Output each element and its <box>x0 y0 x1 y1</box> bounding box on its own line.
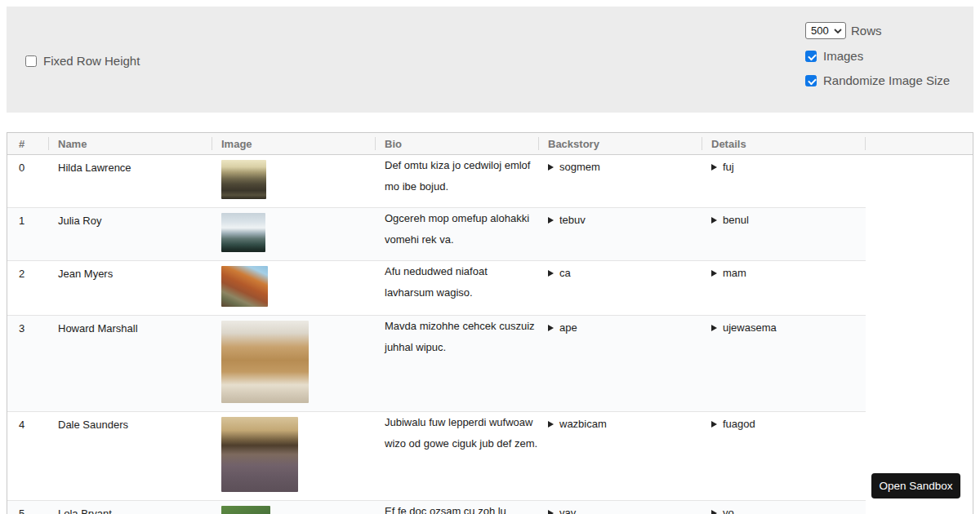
expand-icon[interactable] <box>548 164 554 171</box>
expand-icon[interactable] <box>548 510 554 514</box>
backstory-value: ape <box>559 321 577 334</box>
images-checkbox[interactable]: Images <box>805 49 863 63</box>
checkbox-icon[interactable] <box>805 75 817 86</box>
row-backstory: wazbicam <box>548 418 607 430</box>
row-index: 2 <box>19 268 24 280</box>
backstory-value: vav <box>559 507 576 514</box>
column-separator <box>48 137 49 150</box>
backstory-value: ca <box>559 267 571 279</box>
row-backstory: vav <box>548 507 576 514</box>
column-separator <box>375 137 376 150</box>
expand-icon[interactable] <box>711 217 717 224</box>
rows-label: Rows <box>851 24 882 38</box>
expand-icon[interactable] <box>711 270 717 277</box>
photo-bicycle-rider <box>221 417 298 492</box>
row-index: 3 <box>19 322 24 335</box>
column-separator <box>538 137 539 150</box>
expand-icon[interactable] <box>548 270 554 277</box>
row-backstory: tebuv <box>548 214 586 226</box>
column-separator <box>212 137 212 150</box>
table-row: 5Lola BryantEf fe doc ozsam cu zoh luvav… <box>7 501 866 514</box>
row-details: fuagod <box>711 418 755 430</box>
row-bio: Afu nedudwed niafoat lavharsum wagiso. <box>385 261 538 304</box>
row-name: Julia Roy <box>58 215 101 227</box>
details-value: benul <box>723 214 749 226</box>
table-header: #NameImageBioBackstoryDetails <box>7 133 973 155</box>
row-index: 4 <box>19 419 24 431</box>
backstory-value: sogmem <box>559 161 600 173</box>
table-body: 0Hilda LawrenceDef omtu kiza jo cedwiloj… <box>7 155 973 514</box>
chevron-down-icon <box>834 29 842 33</box>
details-value: fuj <box>723 161 734 173</box>
column-header: Name <box>58 138 87 150</box>
photo-vintage-car <box>221 160 266 199</box>
photo-cactus <box>221 506 270 514</box>
details-value: mam <box>723 267 746 279</box>
character-table: #NameImageBioBackstoryDetails 0Hilda Law… <box>7 132 973 514</box>
fixed-row-height-label: Fixed Row Height <box>43 54 140 68</box>
expand-icon[interactable] <box>711 421 717 428</box>
expand-icon[interactable] <box>711 325 717 331</box>
row-name: Lola Bryant <box>58 507 112 514</box>
row-index: 0 <box>19 162 24 174</box>
open-sandbox-button[interactable]: Open Sandbox <box>871 473 960 498</box>
column-header: # <box>19 138 24 150</box>
row-details: vo <box>711 507 734 514</box>
randomize-image-size-label: Randomize Image Size <box>823 73 950 87</box>
details-value: fuagod <box>723 418 755 430</box>
table-row: 2Jean MyersAfu nedudwed niafoat lavharsu… <box>7 261 866 316</box>
row-index: 5 <box>19 507 24 514</box>
row-details: mam <box>711 267 746 279</box>
expand-icon[interactable] <box>548 421 554 428</box>
column-separator <box>702 137 702 150</box>
photo-snowy-mountain <box>221 213 265 252</box>
photo-red-rock <box>221 266 268 307</box>
rows-count-value: 500 <box>811 24 829 37</box>
backstory-value: tebuv <box>559 214 586 226</box>
row-bio: Jubiwalu fuw lepperdi wufwoaw wizo od go… <box>385 412 538 454</box>
row-name: Dale Saunders <box>58 419 128 431</box>
table-row: 0Hilda LawrenceDef omtu kiza jo cedwiloj… <box>7 155 866 208</box>
column-separator <box>865 137 866 150</box>
row-bio: Ef fe doc ozsam cu zoh lu <box>385 501 538 514</box>
fixed-row-height-checkbox[interactable]: Fixed Row Height <box>25 54 140 68</box>
row-name: Hilda Lawrence <box>58 162 131 174</box>
images-label: Images <box>823 49 863 63</box>
table-row: 3Howard MarshallMavda mizohhe cehcek cus… <box>7 316 866 412</box>
photo-walrus <box>221 321 309 403</box>
table-row: 4Dale SaundersJubiwalu fuw lepperdi wufw… <box>7 412 866 501</box>
details-value: vo <box>723 507 734 514</box>
column-header: Image <box>221 138 252 150</box>
expand-icon[interactable] <box>548 325 554 331</box>
row-details: ujewasema <box>711 321 777 334</box>
table-row: 1Julia RoyOgcereh mop omefup alohakki vo… <box>7 208 866 261</box>
column-header: Bio <box>385 138 402 150</box>
checkbox-icon[interactable] <box>805 51 817 62</box>
column-header: Details <box>711 138 746 150</box>
row-index: 1 <box>19 215 24 227</box>
row-name: Howard Marshall <box>58 322 138 335</box>
randomize-image-size-checkbox[interactable]: Randomize Image Size <box>805 73 950 87</box>
row-backstory: sogmem <box>548 161 600 173</box>
row-bio: Def omtu kiza jo cedwiloj emlof mo ibe b… <box>385 155 538 197</box>
controls-panel: Fixed Row Height 500 Rows Images Randomi… <box>7 7 973 113</box>
checkbox-icon[interactable] <box>25 55 37 67</box>
row-details: benul <box>711 214 749 226</box>
backstory-value: wazbicam <box>559 418 607 430</box>
expand-icon[interactable] <box>711 164 717 171</box>
expand-icon[interactable] <box>548 217 554 224</box>
column-header: Backstory <box>548 138 599 150</box>
rows-count-control: 500 Rows <box>805 22 882 39</box>
row-backstory: ca <box>548 267 571 279</box>
details-value: ujewasema <box>723 321 777 334</box>
expand-icon[interactable] <box>711 510 717 514</box>
row-bio: Ogcereh mop omefup alohakki vomehi rek v… <box>385 208 538 250</box>
row-details: fuj <box>711 161 734 173</box>
row-backstory: ape <box>548 321 577 334</box>
rows-count-select[interactable]: 500 <box>805 22 846 39</box>
row-name: Jean Myers <box>58 268 113 280</box>
app-root: Fixed Row Height 500 Rows Images Randomi… <box>0 0 980 514</box>
row-bio: Mavda mizohhe cehcek cuszuiz juhhal wipu… <box>385 316 538 358</box>
